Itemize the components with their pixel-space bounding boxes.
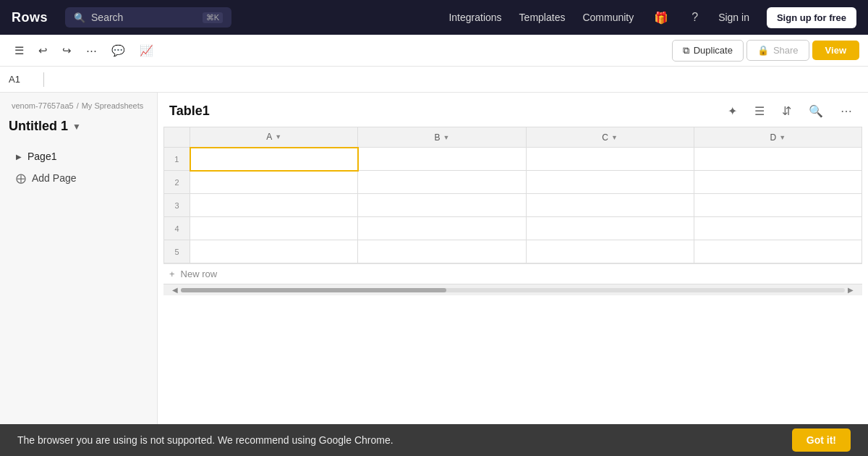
cell-b5[interactable]	[358, 240, 526, 263]
cell-a2[interactable]	[190, 171, 358, 194]
sign-up-button[interactable]: Sign up for free	[767, 7, 856, 28]
title-dropdown-arrow[interactable]: ▼	[72, 122, 81, 132]
add-page-button[interactable]: ⨁ Add Page	[4, 167, 153, 189]
more-button[interactable]: ⋯	[80, 41, 103, 61]
cell-c5[interactable]	[526, 240, 694, 263]
content-area: Table1 ✦ ☰ ⇵ 🔍 ⋯ A ▼	[158, 93, 868, 430]
cell-a4[interactable]	[190, 217, 358, 240]
filter-button[interactable]: ☰	[750, 101, 769, 121]
table-row: 4	[164, 217, 862, 240]
breadcrumb-user[interactable]: venom-77657aa5	[12, 101, 74, 110]
col-d-label: D	[770, 132, 777, 143]
top-nav: Rows 🔍 Search ⌘K Integrations Templates …	[0, 0, 868, 35]
sidebar: venom-77657aa5 / My Spreadsheets Untitle…	[0, 93, 158, 430]
breadcrumb-folder[interactable]: My Spreadsheets	[82, 101, 144, 110]
col-header-c[interactable]: C ▼	[526, 127, 694, 148]
spreadsheet-title: Untitled 1 ▼	[0, 116, 157, 143]
cell-b3[interactable]	[358, 194, 526, 217]
row-num-5: 5	[164, 240, 190, 263]
search-text: Search	[91, 12, 197, 23]
row-num-2: 2	[164, 171, 190, 194]
nav-integrations[interactable]: Integrations	[448, 12, 501, 23]
cell-reference: A1	[9, 74, 38, 85]
scroll-right-icon[interactable]: ▶	[845, 286, 856, 294]
auto-columns-button[interactable]: ✦	[723, 101, 741, 121]
app-logo: Rows	[12, 10, 48, 25]
sort-button[interactable]: ⇵	[778, 101, 796, 121]
cell-d1[interactable]	[694, 148, 861, 171]
comment-button[interactable]: 💬	[106, 41, 131, 61]
share-label: Share	[773, 45, 799, 56]
lock-icon: 🔒	[757, 45, 769, 56]
table-row: 2	[164, 171, 862, 194]
page1-label: Page1	[27, 151, 56, 162]
new-row-label: New row	[181, 269, 218, 279]
formula-bar: A1	[0, 67, 868, 93]
cell-d4[interactable]	[694, 217, 861, 240]
col-c-label: C	[602, 132, 608, 143]
breadcrumb: venom-77657aa5 / My Spreadsheets	[0, 101, 157, 116]
breadcrumb-sep: /	[77, 101, 79, 110]
redo-button[interactable]: ↪	[56, 41, 77, 61]
col-b-label: B	[434, 132, 440, 143]
banner-message: The browser you are using is not support…	[17, 434, 783, 446]
formula-divider	[43, 72, 44, 87]
table-more-button[interactable]: ⋯	[836, 101, 856, 121]
table-title: Table1	[169, 104, 715, 119]
cell-b2[interactable]	[358, 171, 526, 194]
table-row: 3	[164, 194, 862, 217]
col-d-dropdown-icon[interactable]: ▼	[779, 134, 786, 141]
col-header-a[interactable]: A ▼	[190, 127, 358, 148]
col-a-dropdown-icon[interactable]: ▼	[275, 133, 281, 140]
scrollbar-track[interactable]	[181, 288, 845, 292]
view-button[interactable]: View	[812, 41, 859, 60]
col-a-label: A	[266, 132, 272, 142]
cell-a1[interactable]	[190, 148, 358, 171]
search-bar[interactable]: 🔍 Search ⌘K	[65, 7, 231, 28]
col-header-d[interactable]: D ▼	[694, 127, 861, 148]
horizontal-scrollbar[interactable]: ◀ ▶	[163, 284, 862, 295]
new-row-button[interactable]: + New row	[163, 263, 862, 284]
got-it-button[interactable]: Got it!	[792, 428, 851, 452]
add-page-label: Add Page	[32, 172, 77, 184]
duplicate-button[interactable]: ⧉ Duplicate	[672, 40, 744, 62]
column-header-row: A ▼ B ▼ C	[164, 127, 862, 148]
search-icon: 🔍	[74, 12, 85, 23]
help-icon[interactable]: ?	[689, 8, 701, 27]
nav-community[interactable]: Community	[582, 12, 634, 23]
cell-a3[interactable]	[190, 194, 358, 217]
cell-c4[interactable]	[526, 217, 694, 240]
grid-table: A ▼ B ▼ C	[163, 127, 862, 263]
gift-icon[interactable]: 🎁	[651, 8, 671, 28]
new-row-plus-icon: +	[169, 269, 175, 279]
cell-d5[interactable]	[694, 240, 861, 263]
nav-templates[interactable]: Templates	[519, 12, 566, 23]
search-table-button[interactable]: 🔍	[804, 101, 827, 121]
cell-b4[interactable]	[358, 217, 526, 240]
cell-c1[interactable]	[526, 148, 694, 171]
stats-button[interactable]: 📈	[134, 41, 159, 61]
search-kbd: ⌘K	[203, 12, 223, 23]
cell-c2[interactable]	[526, 171, 694, 194]
scrollbar-thumb[interactable]	[181, 288, 446, 292]
sidebar-toggle-button[interactable]: ☰	[9, 41, 30, 61]
row-num-4: 4	[164, 217, 190, 240]
col-c-dropdown-icon[interactable]: ▼	[611, 134, 618, 141]
sidebar-item-page1[interactable]: ▶ Page1	[4, 145, 153, 167]
cell-a5[interactable]	[190, 240, 358, 263]
add-page-icon: ⨁	[16, 172, 26, 184]
cell-d3[interactable]	[694, 194, 861, 217]
toolbar: ☰ ↩ ↪ ⋯ 💬 📈 ⧉ Duplicate 🔒 Share View	[0, 35, 868, 67]
main-layout: venom-77657aa5 / My Spreadsheets Untitle…	[0, 93, 868, 430]
col-header-b[interactable]: B ▼	[358, 127, 526, 148]
undo-button[interactable]: ↩	[33, 41, 54, 61]
browser-warning-banner: The browser you are using is not support…	[0, 424, 868, 456]
col-b-dropdown-icon[interactable]: ▼	[443, 134, 449, 141]
sign-in-button[interactable]: Sign in	[718, 12, 749, 23]
cell-b1[interactable]	[358, 148, 526, 171]
cell-d2[interactable]	[694, 171, 861, 194]
share-button[interactable]: 🔒 Share	[746, 40, 809, 61]
scroll-left-icon[interactable]: ◀	[169, 286, 181, 294]
cell-c3[interactable]	[526, 194, 694, 217]
sidebar-pages: ▶ Page1 ⨁ Add Page	[0, 143, 157, 192]
